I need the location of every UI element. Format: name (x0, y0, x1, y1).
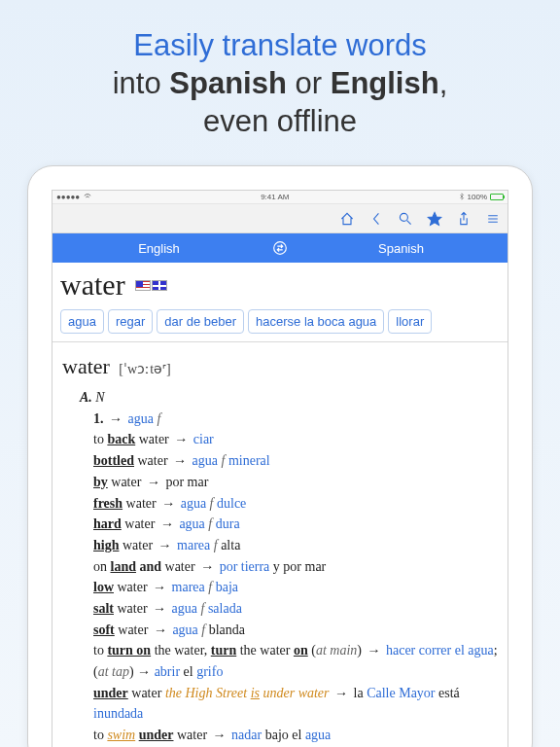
entry-headword: water (62, 354, 110, 378)
back-icon[interactable] (368, 210, 385, 228)
example-row: to swim under water → nadar bajo el agua (93, 725, 498, 746)
chip-hacerse-la-boca-agua[interactable]: hacerse la boca agua (248, 309, 384, 334)
example-row: to turn on the water, turn the water on … (93, 640, 498, 682)
swap-icon[interactable] (265, 239, 295, 257)
entry-body: water [ˈwɔːtəʳ] A. N 1. → agua f to back… (52, 342, 508, 747)
screen: ●●●●● 9:41 AM 100% (52, 190, 508, 747)
lang-source[interactable]: English (52, 241, 265, 256)
promo-text: Easily translate words into Spanish or E… (0, 0, 560, 140)
example-row: under water the High Street is under wat… (93, 683, 498, 725)
svg-point-1 (274, 242, 287, 255)
translation-chips: aguaregardar de beberhacerse la boca agu… (60, 309, 500, 334)
chip-dar-de-beber[interactable]: dar de beber (157, 309, 244, 334)
example-row: soft water → agua f blanda (93, 620, 498, 641)
star-icon[interactable] (426, 210, 443, 228)
audio-flags (135, 277, 168, 295)
example-row: fresh water → agua f dulce (93, 493, 498, 515)
promo-line1: Easily translate words (133, 28, 427, 62)
headword: water (60, 268, 125, 302)
tablet-frame: ●●●●● 9:41 AM 100% (27, 165, 533, 747)
section-pos: A. N (80, 387, 498, 409)
example-row: salt water → agua f salada (93, 598, 498, 620)
language-bar: English Spanish (52, 233, 508, 263)
phonetic: [ˈwɔːtəʳ] (119, 362, 170, 376)
svg-point-0 (400, 213, 407, 221)
lang-target[interactable]: Spanish (295, 241, 508, 256)
flag-uk-icon[interactable] (152, 280, 167, 291)
menu-icon[interactable] (484, 210, 502, 228)
wifi-icon (84, 193, 91, 202)
example-row: low water → marea f baja (93, 577, 498, 598)
bluetooth-icon (459, 193, 465, 202)
share-icon[interactable] (455, 210, 472, 228)
toolbar (52, 204, 508, 233)
example-row: bottled water → agua f mineral (93, 450, 498, 472)
sense-target[interactable]: agua (128, 411, 154, 426)
status-time: 9:41 AM (91, 193, 458, 201)
battery-pct: 100% (468, 193, 487, 201)
home-icon[interactable] (338, 210, 356, 228)
chip-agua[interactable]: agua (60, 309, 104, 334)
example-row: by water → por mar (93, 472, 498, 493)
example-row: hard water → agua f dura (93, 514, 498, 535)
example-row: high water → marea f alta (93, 535, 498, 556)
chip-regar[interactable]: regar (108, 309, 153, 334)
flag-us-icon[interactable] (135, 280, 151, 291)
chip-llorar[interactable]: llorar (388, 309, 432, 334)
battery-icon (490, 194, 504, 200)
example-row: on land and water → por tierra y por mar (93, 556, 498, 578)
sense-1: 1. → agua f (93, 409, 498, 430)
search-icon[interactable] (397, 210, 414, 228)
headword-block: water aguaregardar de beberhacerse la bo… (52, 263, 508, 342)
status-bar: ●●●●● 9:41 AM 100% (52, 191, 508, 204)
signal-dots: ●●●●● (56, 193, 80, 201)
example-row: to back water → ciar (93, 429, 498, 450)
